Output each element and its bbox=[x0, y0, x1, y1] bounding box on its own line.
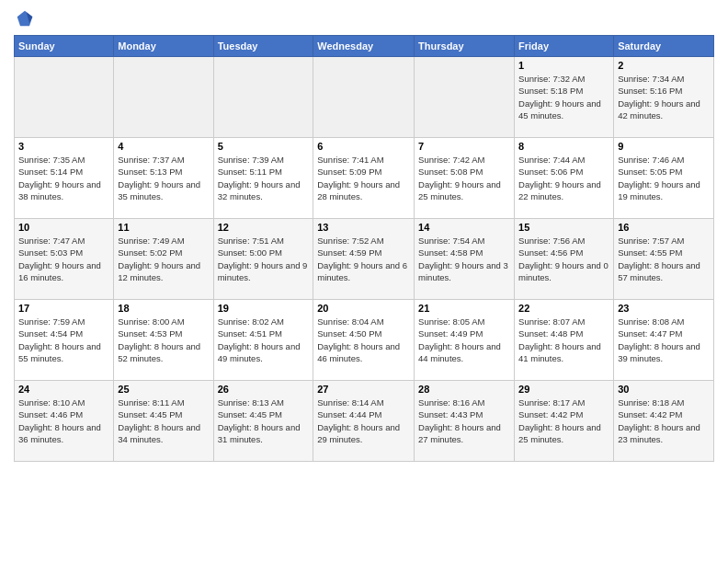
day-info: Sunrise: 7:37 AMSunset: 5:13 PMDaylight:… bbox=[118, 155, 200, 201]
weekday-header-sunday: Sunday bbox=[15, 36, 114, 57]
day-number: 10 bbox=[18, 222, 109, 233]
calendar-week-5: 24Sunrise: 8:10 AMSunset: 4:46 PMDayligh… bbox=[15, 381, 714, 462]
day-number: 21 bbox=[418, 303, 510, 314]
calendar-cell: 30Sunrise: 8:18 AMSunset: 4:42 PMDayligh… bbox=[614, 381, 714, 462]
day-info: Sunrise: 7:35 AMSunset: 5:14 PMDaylight:… bbox=[18, 155, 101, 201]
day-info: Sunrise: 8:16 AMSunset: 4:43 PMDaylight:… bbox=[418, 397, 501, 444]
calendar-cell: 9Sunrise: 7:46 AMSunset: 5:05 PMDaylight… bbox=[614, 138, 714, 219]
calendar-cell: 15Sunrise: 7:56 AMSunset: 4:56 PMDayligh… bbox=[515, 219, 614, 300]
calendar-week-4: 17Sunrise: 7:59 AMSunset: 4:54 PMDayligh… bbox=[15, 300, 714, 381]
day-info: Sunrise: 8:07 AMSunset: 4:48 PMDaylight:… bbox=[518, 316, 601, 363]
logo bbox=[14, 9, 34, 28]
day-number: 22 bbox=[518, 303, 609, 314]
calendar-cell: 12Sunrise: 7:51 AMSunset: 5:00 PMDayligh… bbox=[213, 219, 313, 300]
calendar-cell bbox=[114, 57, 213, 138]
day-info: Sunrise: 7:54 AMSunset: 4:58 PMDaylight:… bbox=[418, 236, 508, 282]
day-number: 17 bbox=[18, 303, 109, 314]
day-number: 24 bbox=[18, 384, 109, 395]
calendar-cell bbox=[313, 57, 415, 138]
day-number: 8 bbox=[518, 141, 609, 152]
calendar-cell bbox=[15, 57, 114, 138]
weekday-header-monday: Monday bbox=[114, 36, 213, 57]
calendar-cell: 8Sunrise: 7:44 AMSunset: 5:06 PMDaylight… bbox=[515, 138, 614, 219]
calendar-cell: 26Sunrise: 8:13 AMSunset: 4:45 PMDayligh… bbox=[213, 381, 313, 462]
weekday-header-thursday: Thursday bbox=[415, 36, 515, 57]
day-info: Sunrise: 7:34 AMSunset: 5:16 PMDaylight:… bbox=[618, 74, 700, 121]
calendar-cell: 22Sunrise: 8:07 AMSunset: 4:48 PMDayligh… bbox=[515, 300, 614, 381]
day-number: 2 bbox=[618, 60, 710, 71]
day-info: Sunrise: 8:05 AMSunset: 4:49 PMDaylight:… bbox=[418, 316, 501, 363]
day-number: 12 bbox=[218, 222, 310, 233]
day-info: Sunrise: 7:59 AMSunset: 4:54 PMDaylight:… bbox=[18, 316, 101, 363]
day-number: 9 bbox=[618, 141, 710, 152]
calendar-cell: 6Sunrise: 7:41 AMSunset: 5:09 PMDaylight… bbox=[313, 138, 415, 219]
day-info: Sunrise: 7:47 AMSunset: 5:03 PMDaylight:… bbox=[18, 236, 101, 282]
day-number: 1 bbox=[518, 60, 609, 71]
day-info: Sunrise: 7:57 AMSunset: 4:55 PMDaylight:… bbox=[618, 236, 700, 282]
day-number: 5 bbox=[218, 141, 310, 152]
day-info: Sunrise: 7:56 AMSunset: 4:56 PMDaylight:… bbox=[518, 236, 609, 282]
day-info: Sunrise: 8:08 AMSunset: 4:47 PMDaylight:… bbox=[618, 316, 700, 363]
day-info: Sunrise: 8:00 AMSunset: 4:53 PMDaylight:… bbox=[118, 316, 200, 363]
calendar-cell: 2Sunrise: 7:34 AMSunset: 5:16 PMDaylight… bbox=[614, 57, 714, 138]
page-header bbox=[14, 9, 714, 28]
day-number: 28 bbox=[418, 384, 510, 395]
day-info: Sunrise: 7:32 AMSunset: 5:18 PMDaylight:… bbox=[518, 74, 601, 121]
weekday-header-friday: Friday bbox=[515, 36, 614, 57]
calendar-week-2: 3Sunrise: 7:35 AMSunset: 5:14 PMDaylight… bbox=[15, 138, 714, 219]
day-number: 3 bbox=[18, 141, 109, 152]
day-number: 19 bbox=[218, 303, 310, 314]
calendar-cell: 27Sunrise: 8:14 AMSunset: 4:44 PMDayligh… bbox=[313, 381, 415, 462]
day-number: 16 bbox=[618, 222, 710, 233]
day-info: Sunrise: 8:04 AMSunset: 4:50 PMDaylight:… bbox=[317, 316, 400, 363]
page-container: SundayMondayTuesdayWednesdayThursdayFrid… bbox=[0, 0, 728, 471]
calendar-cell: 4Sunrise: 7:37 AMSunset: 5:13 PMDaylight… bbox=[114, 138, 213, 219]
day-info: Sunrise: 8:11 AMSunset: 4:45 PMDaylight:… bbox=[118, 397, 200, 444]
calendar-cell bbox=[415, 57, 515, 138]
calendar-cell: 29Sunrise: 8:17 AMSunset: 4:42 PMDayligh… bbox=[515, 381, 614, 462]
calendar-cell: 25Sunrise: 8:11 AMSunset: 4:45 PMDayligh… bbox=[114, 381, 213, 462]
day-number: 25 bbox=[118, 384, 209, 395]
day-number: 20 bbox=[317, 303, 410, 314]
day-number: 18 bbox=[118, 303, 209, 314]
calendar-cell: 21Sunrise: 8:05 AMSunset: 4:49 PMDayligh… bbox=[415, 300, 515, 381]
calendar-cell: 7Sunrise: 7:42 AMSunset: 5:08 PMDaylight… bbox=[415, 138, 515, 219]
day-info: Sunrise: 8:10 AMSunset: 4:46 PMDaylight:… bbox=[18, 397, 101, 444]
header-row: SundayMondayTuesdayWednesdayThursdayFrid… bbox=[15, 36, 714, 57]
logo-icon bbox=[16, 9, 34, 28]
calendar-cell: 10Sunrise: 7:47 AMSunset: 5:03 PMDayligh… bbox=[15, 219, 114, 300]
day-number: 30 bbox=[618, 384, 710, 395]
calendar-cell: 11Sunrise: 7:49 AMSunset: 5:02 PMDayligh… bbox=[114, 219, 213, 300]
day-info: Sunrise: 8:18 AMSunset: 4:42 PMDaylight:… bbox=[618, 397, 700, 444]
day-number: 14 bbox=[418, 222, 510, 233]
calendar-cell: 20Sunrise: 8:04 AMSunset: 4:50 PMDayligh… bbox=[313, 300, 415, 381]
weekday-header-tuesday: Tuesday bbox=[213, 36, 313, 57]
day-number: 6 bbox=[317, 141, 410, 152]
day-info: Sunrise: 7:52 AMSunset: 4:59 PMDaylight:… bbox=[317, 236, 407, 282]
calendar-cell: 18Sunrise: 8:00 AMSunset: 4:53 PMDayligh… bbox=[114, 300, 213, 381]
day-info: Sunrise: 8:13 AMSunset: 4:45 PMDaylight:… bbox=[218, 397, 301, 444]
day-info: Sunrise: 8:17 AMSunset: 4:42 PMDaylight:… bbox=[518, 397, 601, 444]
calendar-cell: 24Sunrise: 8:10 AMSunset: 4:46 PMDayligh… bbox=[15, 381, 114, 462]
day-number: 26 bbox=[218, 384, 310, 395]
calendar-cell: 16Sunrise: 7:57 AMSunset: 4:55 PMDayligh… bbox=[614, 219, 714, 300]
calendar-cell: 3Sunrise: 7:35 AMSunset: 5:14 PMDaylight… bbox=[15, 138, 114, 219]
day-number: 4 bbox=[118, 141, 209, 152]
day-info: Sunrise: 7:46 AMSunset: 5:05 PMDaylight:… bbox=[618, 155, 700, 201]
day-number: 29 bbox=[518, 384, 609, 395]
calendar-cell: 28Sunrise: 8:16 AMSunset: 4:43 PMDayligh… bbox=[415, 381, 515, 462]
day-info: Sunrise: 8:14 AMSunset: 4:44 PMDaylight:… bbox=[317, 397, 400, 444]
calendar-cell: 13Sunrise: 7:52 AMSunset: 4:59 PMDayligh… bbox=[313, 219, 415, 300]
day-info: Sunrise: 7:39 AMSunset: 5:11 PMDaylight:… bbox=[218, 155, 301, 201]
calendar-cell: 14Sunrise: 7:54 AMSunset: 4:58 PMDayligh… bbox=[415, 219, 515, 300]
day-number: 27 bbox=[317, 384, 410, 395]
calendar-cell: 5Sunrise: 7:39 AMSunset: 5:11 PMDaylight… bbox=[213, 138, 313, 219]
calendar-cell: 17Sunrise: 7:59 AMSunset: 4:54 PMDayligh… bbox=[15, 300, 114, 381]
calendar-cell: 23Sunrise: 8:08 AMSunset: 4:47 PMDayligh… bbox=[614, 300, 714, 381]
calendar-table: SundayMondayTuesdayWednesdayThursdayFrid… bbox=[14, 35, 714, 462]
day-info: Sunrise: 7:44 AMSunset: 5:06 PMDaylight:… bbox=[518, 155, 601, 201]
weekday-header-wednesday: Wednesday bbox=[313, 36, 415, 57]
calendar-week-1: 1Sunrise: 7:32 AMSunset: 5:18 PMDaylight… bbox=[15, 57, 714, 138]
calendar-cell: 19Sunrise: 8:02 AMSunset: 4:51 PMDayligh… bbox=[213, 300, 313, 381]
day-number: 15 bbox=[518, 222, 609, 233]
